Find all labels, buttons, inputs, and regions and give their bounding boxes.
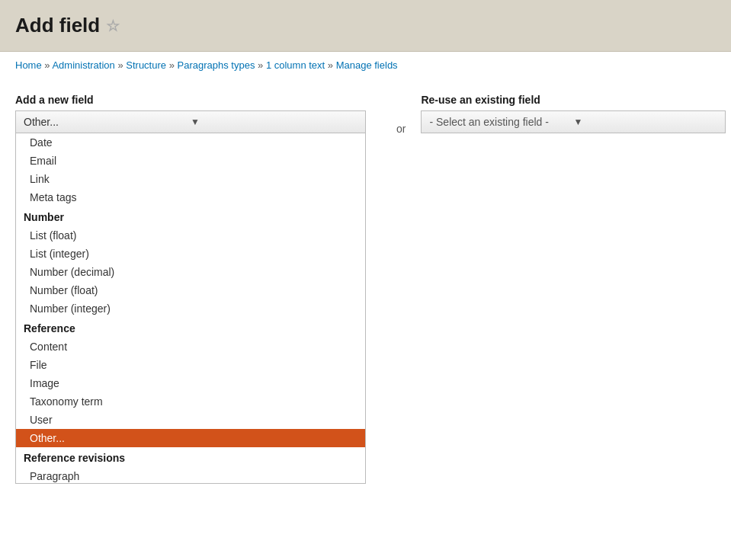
list-item[interactable]: Number (decimal) [16, 263, 365, 281]
reuse-field-dropdown[interactable]: - Select an existing field - ▼ [421, 110, 726, 133]
add-field-section: Add a new field Other... ▼ Date Email Li… [15, 94, 381, 484]
breadcrumb-administration[interactable]: Administration [52, 59, 114, 71]
list-item[interactable]: Meta tags [16, 188, 365, 206]
content-area: Add a new field Other... ▼ Date Email Li… [0, 78, 731, 499]
list-item[interactable]: Number (integer) [16, 299, 365, 318]
or-separator: or [381, 123, 421, 135]
list-item[interactable]: Link [16, 170, 365, 188]
list-item[interactable]: Number (float) [16, 281, 365, 299]
breadcrumb-home[interactable]: Home [15, 59, 42, 71]
list-item[interactable]: Paragraph [16, 467, 365, 484]
list-item[interactable]: Content [16, 338, 365, 356]
breadcrumb: Home » Administration » Structure » Para… [0, 52, 731, 78]
reuse-dropdown-arrow-icon: ▼ [573, 117, 717, 127]
list-item[interactable]: File [16, 356, 365, 374]
page-header: Add field ☆ [0, 0, 731, 52]
breadcrumb-structure[interactable]: Structure [126, 59, 166, 71]
dropdown-arrow-icon: ▼ [191, 117, 357, 127]
list-item[interactable]: Taxonomy term [16, 392, 365, 411]
group-header-reference-revisions: Reference revisions [16, 447, 365, 467]
list-item[interactable]: List (float) [16, 226, 365, 245]
breadcrumb-1-column-text[interactable]: 1 column text [266, 59, 325, 71]
reuse-field-section: Re-use an existing field - Select an exi… [421, 94, 726, 133]
list-item[interactable]: List (integer) [16, 245, 365, 263]
list-item[interactable]: User [16, 411, 365, 429]
list-item-other-selected[interactable]: Other... [16, 429, 365, 447]
add-field-selected-value: Other... [24, 116, 191, 128]
star-icon[interactable]: ☆ [106, 17, 120, 35]
list-item[interactable]: Email [16, 152, 365, 170]
title-text: Add field [15, 14, 100, 37]
breadcrumb-paragraphs-types[interactable]: Paragraphs types [178, 59, 255, 71]
list-item[interactable]: Image [16, 374, 365, 392]
add-field-dropdown-trigger[interactable]: Other... ▼ [15, 110, 366, 133]
page-title: Add field ☆ [15, 14, 716, 37]
group-header-number: Number [16, 206, 365, 226]
add-field-label: Add a new field [15, 94, 381, 106]
reuse-field-placeholder: - Select an existing field - [429, 116, 573, 128]
add-field-dropdown-list[interactable]: Date Email Link Meta tags Number List (f… [15, 133, 366, 484]
list-item[interactable]: Date [16, 133, 365, 152]
reuse-field-label: Re-use an existing field [421, 94, 726, 106]
breadcrumb-manage-fields[interactable]: Manage fields [336, 59, 398, 71]
group-header-reference: Reference [16, 318, 365, 338]
